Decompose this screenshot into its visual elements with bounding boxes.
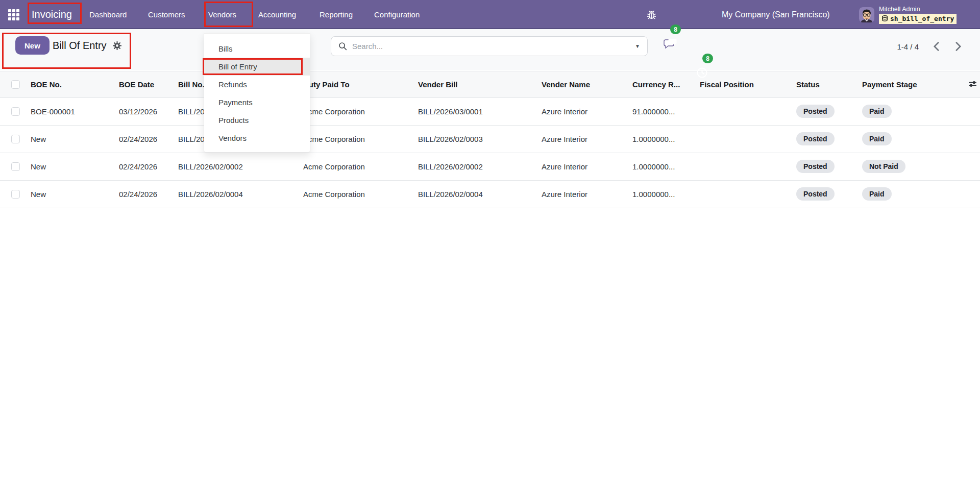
vendors-dropdown-menu: Bills Bill of Entry Refunds Payments Pro…: [204, 33, 310, 153]
cell-boe-no: New: [31, 180, 119, 208]
payment-stage-badge: Paid: [862, 105, 892, 118]
cell-duty-paid-to: Acme Corporation: [303, 180, 418, 208]
cell-bill-no: BILL/2026/02/0004: [178, 180, 303, 208]
cell-duty-paid-to: Acme Corporation: [303, 97, 418, 125]
app-name-menu[interactable]: Invoicing: [32, 0, 72, 29]
cell-vender-bill: BILL/2026/02/0002: [418, 153, 542, 180]
activities-count-badge: 8: [702, 54, 713, 63]
cell-currency-rate: 91.000000...: [632, 97, 700, 125]
cell-currency-rate: 1.0000000...: [632, 153, 700, 180]
user-avatar-image: [859, 7, 874, 22]
menu-item-payments[interactable]: Payments: [204, 93, 310, 111]
cell-boe-no: New: [31, 125, 119, 153]
cell-vender-name: Azure Interior: [542, 180, 632, 208]
cell-fiscal-position: [700, 97, 796, 125]
menu-item-bills[interactable]: Bills: [204, 40, 310, 58]
cell-fiscal-position: [700, 180, 796, 208]
search-input[interactable]: [352, 42, 630, 51]
column-header-currency-rate[interactable]: Currency R...: [632, 72, 700, 97]
status-badge: Posted: [796, 105, 835, 118]
messages-icon[interactable]: 8: [664, 29, 980, 58]
cell-bill-no: BILL/2026/02/0002: [178, 153, 303, 180]
payment-stage-badge: Not Paid: [862, 160, 905, 173]
row-checkbox[interactable]: [11, 135, 20, 143]
cell-boe-date: 02/24/2026: [119, 153, 178, 180]
cell-duty-paid-to: Acme Corporation: [303, 153, 418, 180]
cell-vender-name: Azure Interior: [542, 125, 632, 153]
column-header-boe-date[interactable]: BOE Date: [119, 72, 178, 97]
menu-item-products[interactable]: Products: [204, 111, 310, 129]
activities-icon[interactable]: 8: [696, 58, 980, 87]
column-header-vender-bill[interactable]: Vender Bill: [418, 72, 542, 97]
invoicing-app-page: Invoicing Dashboard Customers Vendors Ac…: [0, 0, 980, 493]
table-row[interactable]: New 02/24/2026 BILL/2026/02/0002 Acme Co…: [0, 153, 980, 180]
cell-vender-bill: BILL/2026/03/0001: [418, 97, 542, 125]
top-navbar: Invoicing Dashboard Customers Vendors Ac…: [0, 0, 980, 29]
user-name: Mitchell Admin: [879, 6, 957, 13]
column-header-boe-no[interactable]: BOE No.: [31, 72, 119, 97]
company-switcher[interactable]: My Company (San Francisco): [722, 0, 830, 29]
menu-vendors[interactable]: Vendors: [208, 0, 236, 29]
cell-boe-date: 03/12/2026: [119, 97, 178, 125]
status-badge: Posted: [796, 187, 835, 201]
search-icon: [338, 42, 347, 51]
cell-vender-bill: BILL/2026/02/0003: [418, 125, 542, 153]
list-view: BOE No. BOE Date Bill No. Duty Paid To V…: [0, 71, 980, 208]
cell-boe-no: New: [31, 153, 119, 180]
table-row[interactable]: New 02/24/2026 BILL/2026/02/0004 Acme Co…: [0, 180, 980, 208]
table-row[interactable]: BOE-000001 03/12/2026 BILL/2026/03/0001 …: [0, 97, 980, 125]
menu-item-bill-of-entry[interactable]: Bill of Entry: [204, 58, 310, 76]
column-header-vender-name[interactable]: Vender Name: [542, 72, 632, 97]
menu-customers[interactable]: Customers: [148, 0, 185, 29]
payment-stage-badge: Paid: [862, 187, 892, 201]
menu-item-vendors[interactable]: Vendors: [204, 129, 310, 147]
search-bar: ▼: [331, 36, 648, 56]
menu-reporting[interactable]: Reporting: [320, 0, 353, 29]
messages-count-badge: 8: [670, 24, 681, 34]
cell-fiscal-position: [700, 153, 796, 180]
cell-vender-bill: BILL/2026/02/0004: [418, 180, 542, 208]
menu-accounting[interactable]: Accounting: [258, 0, 296, 29]
cell-fiscal-position: [700, 125, 796, 153]
avatar[interactable]: [859, 0, 874, 29]
column-header-duty-paid-to[interactable]: Duty Paid To: [303, 72, 418, 97]
apps-grid-icon: [8, 9, 19, 20]
new-button[interactable]: New: [15, 36, 50, 55]
payment-stage-badge: Paid: [862, 132, 892, 145]
cell-duty-paid-to: Acme Corporation: [303, 125, 418, 153]
cell-boe-date: 02/24/2026: [119, 125, 178, 153]
cell-currency-rate: 1.0000000...: [632, 180, 700, 208]
database-icon: [881, 15, 888, 22]
db-name-badge: sh_bill_of_entry: [879, 14, 957, 24]
cell-boe-date: 02/24/2026: [119, 180, 178, 208]
cell-boe-no: BOE-000001: [31, 97, 119, 125]
caret-down-icon[interactable]: ▼: [630, 43, 640, 49]
cell-vender-name: Azure Interior: [542, 97, 632, 125]
row-checkbox[interactable]: [11, 190, 20, 199]
status-badge: Posted: [796, 160, 835, 173]
menu-item-refunds[interactable]: Refunds: [204, 76, 310, 93]
apps-grid-icon[interactable]: [8, 0, 19, 29]
page-title: Bill Of Entry: [53, 40, 107, 52]
select-all-checkbox[interactable]: [11, 80, 20, 89]
gear-icon[interactable]: [113, 41, 121, 50]
status-badge: Posted: [796, 132, 835, 145]
cell-currency-rate: 1.0000000...: [632, 125, 700, 153]
menu-dashboard[interactable]: Dashboard: [89, 0, 127, 29]
row-checkbox[interactable]: [11, 107, 20, 116]
user-menu[interactable]: Mitchell Admin sh_bill_of_entry: [879, 0, 957, 29]
row-checkbox[interactable]: [11, 162, 20, 171]
menu-configuration[interactable]: Configuration: [374, 0, 420, 29]
table-row[interactable]: New 02/24/2026 BILL/2026/02/0003 Acme Co…: [0, 125, 980, 153]
cell-vender-name: Azure Interior: [542, 153, 632, 180]
